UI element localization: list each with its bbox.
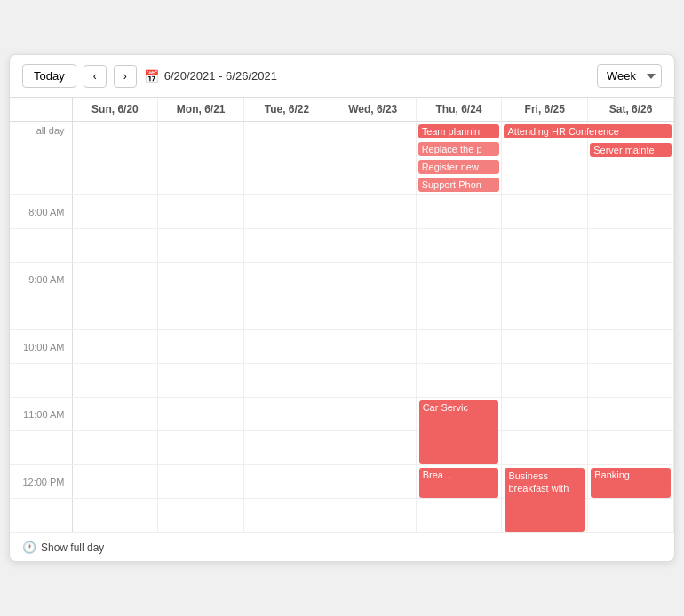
cell-tue-930: [244, 296, 330, 330]
cell-sat-1230: [588, 499, 674, 533]
cell-mon-8am: [158, 195, 244, 229]
cell-wed-10am: [330, 330, 416, 364]
time-label-12pm: 12:00 PM: [10, 465, 72, 499]
cell-tue-11am: [244, 398, 330, 431]
prev-button[interactable]: ‹: [84, 65, 107, 88]
event-replace[interactable]: Replace the p: [418, 142, 500, 156]
toolbar: Today ‹ › 📅 6/20/2021 - 6/26/2021 Week D…: [10, 55, 674, 98]
cell-wed-1030: [330, 364, 416, 398]
event-business-breakfast[interactable]: Business breakfast with: [505, 468, 585, 532]
cell-sat-830: [588, 229, 674, 263]
time-row-12pm: 12:00 PM Brea… Business breakfast with: [10, 465, 674, 499]
cell-mon-1230: [158, 499, 244, 533]
cell-thu-10am: [416, 330, 502, 364]
calendar-icon: 📅: [144, 69, 159, 83]
event-car-service[interactable]: Car Servic: [419, 400, 499, 464]
cell-wed-11am: [330, 398, 416, 431]
next-button[interactable]: ›: [114, 65, 137, 88]
cell-mon-1130: [158, 431, 244, 465]
cell-sun-11am: [72, 398, 158, 431]
time-row-10am: 10:00 AM: [10, 330, 674, 364]
view-select[interactable]: Week Day Month: [597, 64, 662, 88]
cell-tue-9am: [244, 263, 330, 296]
cell-sun-8am: [72, 195, 158, 229]
calendar-table: Sun, 6/20 Mon, 6/21 Tue, 6/22 Wed, 6/23 …: [10, 98, 674, 533]
time-label-8am: 8:00 AM: [10, 195, 72, 229]
cell-thu-12pm: Brea…: [416, 465, 502, 499]
show-full-day-label: Show full day: [41, 541, 104, 554]
time-label-10am: 10:00 AM: [10, 330, 72, 364]
cell-fri-8am: [502, 195, 588, 229]
cell-tue-1030: [244, 364, 330, 398]
cell-mon-9am: [158, 263, 244, 296]
cell-thu-930: [416, 296, 502, 330]
allday-sun: [72, 122, 158, 195]
event-hr-conf[interactable]: Attending HR Conference: [504, 124, 672, 138]
time-label-1030: [10, 364, 72, 398]
time-row-1130am: [10, 431, 674, 465]
cell-sat-8am: [588, 195, 674, 229]
event-team-planning[interactable]: Team plannin: [418, 124, 500, 138]
header-time-col: [10, 98, 72, 122]
cell-fri-1130: [502, 431, 588, 465]
event-banking[interactable]: Banking: [591, 468, 671, 498]
time-label-9am: 9:00 AM: [10, 263, 72, 296]
cell-tue-1230: [244, 499, 330, 533]
header-sun: Sun, 6/20: [72, 98, 158, 122]
time-label-1130: [10, 431, 72, 465]
calendar-grid: Sun, 6/20 Mon, 6/21 Tue, 6/22 Wed, 6/23 …: [10, 98, 674, 533]
cell-mon-10am: [158, 330, 244, 364]
cell-wed-930: [330, 296, 416, 330]
event-server-maint[interactable]: Server mainte: [590, 143, 672, 157]
cell-mon-930: [158, 296, 244, 330]
cell-fri-10am: [502, 330, 588, 364]
cell-mon-12pm: [158, 465, 244, 499]
allday-wed: [330, 122, 416, 195]
header-mon: Mon, 6/21: [158, 98, 244, 122]
event-register[interactable]: Register new: [418, 160, 500, 174]
time-label-11am: 11:00 AM: [10, 398, 72, 431]
header-fri: Fri, 6/25: [502, 98, 588, 122]
cell-sat-10am: [588, 330, 674, 364]
allday-label: all day: [10, 122, 72, 195]
cell-tue-8am: [244, 195, 330, 229]
header-tue: Tue, 6/22: [244, 98, 330, 122]
cell-thu-11am: Car Servic: [416, 398, 502, 431]
cell-sat-9am: [588, 263, 674, 296]
calendar-container: Today ‹ › 📅 6/20/2021 - 6/26/2021 Week D…: [9, 54, 675, 562]
cell-thu-8am: [416, 195, 502, 229]
time-label-1230: [10, 499, 72, 533]
cell-wed-830: [330, 229, 416, 263]
clock-icon: 🕐: [22, 541, 36, 554]
allday-row: all day Team plannin Replace the p: [10, 122, 674, 195]
cell-sun-12pm: [72, 465, 158, 499]
show-full-day-button[interactable]: 🕐 Show full day: [10, 533, 674, 561]
cell-sat-930: [588, 296, 674, 330]
header-thu: Thu, 6/24: [416, 98, 502, 122]
cell-tue-10am: [244, 330, 330, 364]
cell-thu-830: [416, 229, 502, 263]
cell-sun-9am: [72, 263, 158, 296]
cell-mon-1030: [158, 364, 244, 398]
cell-wed-9am: [330, 263, 416, 296]
cell-wed-8am: [330, 195, 416, 229]
cell-tue-830: [244, 229, 330, 263]
cell-sun-930: [72, 296, 158, 330]
cell-mon-11am: [158, 398, 244, 431]
today-button[interactable]: Today: [22, 64, 76, 88]
time-row-9am: 9:00 AM: [10, 263, 674, 296]
event-support[interactable]: Support Phon: [418, 178, 500, 192]
time-label-830: [10, 229, 72, 263]
cell-sun-1130: [72, 431, 158, 465]
cell-sun-830: [72, 229, 158, 263]
time-row-1030am: [10, 364, 674, 398]
cell-sat-11am: [588, 398, 674, 431]
cell-thu-9am: [416, 263, 502, 296]
cell-fri-12pm: Business breakfast with: [502, 465, 588, 499]
cell-sat-1130: [588, 431, 674, 465]
time-row-830am: [10, 229, 674, 263]
cell-sun-1030: [72, 364, 158, 398]
cell-wed-1130: [330, 431, 416, 465]
event-breakfast-thu[interactable]: Brea…: [419, 468, 499, 498]
cell-fri-830: [502, 229, 588, 263]
